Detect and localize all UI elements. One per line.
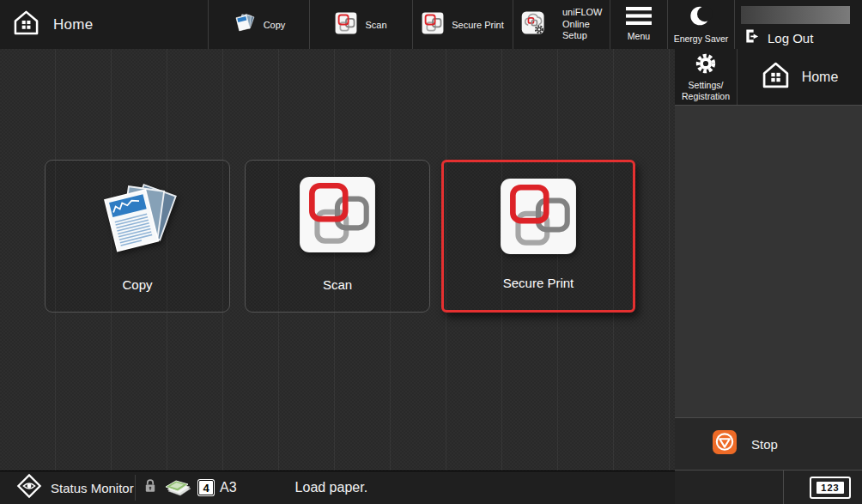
log-out-row: Log Out <box>741 27 813 48</box>
settings-row: Settings/ Registration Home <box>675 49 862 105</box>
tile-scan[interactable]: Scan <box>245 160 430 313</box>
status-monitor-label: Status Monitor <box>51 481 134 495</box>
tab-secure-print[interactable]: Secure Print <box>412 0 513 49</box>
settings-label-line1: Settings/ <box>689 80 724 90</box>
lock-icon <box>143 478 157 497</box>
settings-registration-button[interactable]: Settings/ Registration <box>675 49 737 105</box>
tile-secure-print-selected[interactable]: Secure Print <box>441 160 635 313</box>
top-bar: Home Copy <box>0 0 862 49</box>
app-tile-icon <box>499 177 578 259</box>
tab-scan[interactable]: Scan <box>309 0 412 49</box>
tab-uniflow-label: uniFLOW Online Setup <box>562 7 610 42</box>
paper-status-group: 4 A3 <box>136 475 237 501</box>
home-icon <box>13 9 39 39</box>
tab-copy[interactable]: Copy <box>208 0 309 49</box>
status-monitor-eye-icon <box>15 472 43 503</box>
stop-label: Stop <box>751 437 778 452</box>
home-label: Home <box>53 16 94 33</box>
stop-icon <box>713 430 737 458</box>
status-bar: Status Monitor 4 A3 <box>0 471 675 504</box>
home-button[interactable]: Home <box>0 0 208 49</box>
log-out-label: Log Out <box>768 31 813 46</box>
menu-button[interactable]: Menu <box>610 0 667 49</box>
tile-copy-label: Copy <box>122 277 152 292</box>
bottom-right-empty-cell <box>675 471 784 504</box>
numeric-keypad-button[interactable]: 123 <box>810 477 851 499</box>
copy-pages-icon <box>93 175 182 268</box>
menu-label: Menu <box>628 31 650 42</box>
tab-copy-label: Copy <box>264 20 286 30</box>
log-out-door-icon <box>744 27 761 48</box>
energy-saver-label: Energy Saver <box>674 33 729 45</box>
paper-ream-icon <box>163 475 192 501</box>
right-column: Settings/ Registration Home <box>675 49 862 504</box>
log-out-button[interactable]: Log Out <box>734 0 862 49</box>
home-screen-area: Copy Scan Secu <box>0 49 675 471</box>
stop-button[interactable]: Stop <box>675 417 862 470</box>
tab-scan-label: Scan <box>365 20 386 30</box>
right-empty-panel <box>675 105 862 417</box>
status-monitor-button[interactable]: Status Monitor <box>0 472 135 503</box>
status-message: Load paper. <box>295 480 368 495</box>
tab-uniflow-label-line2: Setup <box>562 30 587 40</box>
home-shortcut-button[interactable]: Home <box>737 49 862 105</box>
bottom-right-row: 123 <box>675 470 862 504</box>
app-tile-icon <box>422 12 444 38</box>
settings-label-line2: Registration <box>682 91 730 101</box>
tab-uniflow-label-line1: uniFLOW Online <box>562 7 602 29</box>
settings-registration-label: Settings/ Registration <box>682 80 730 101</box>
paper-size-label: A3 <box>220 480 237 495</box>
user-name-redacted-block <box>741 6 850 24</box>
printer-touchscreen: Home Copy <box>0 0 862 504</box>
cloud-gears-icon <box>520 9 547 39</box>
paper-tray-number-badge: 4 <box>198 480 214 495</box>
tab-uniflow-online-setup[interactable]: uniFLOW Online Setup <box>513 0 610 49</box>
home-shortcut-label: Home <box>802 70 839 85</box>
gear-icon <box>695 52 717 78</box>
tile-secure-print-label: Secure Print <box>503 276 574 290</box>
copy-pages-icon <box>233 11 256 38</box>
tile-copy[interactable]: Copy <box>45 160 230 313</box>
app-tile-icon <box>335 12 357 38</box>
energy-saver-button[interactable]: Energy Saver <box>667 0 734 49</box>
tab-secure-print-label: Secure Print <box>452 20 504 30</box>
hamburger-menu-icon <box>626 7 652 28</box>
app-tile-icon <box>298 175 377 258</box>
moon-icon <box>689 4 713 31</box>
tile-scan-label: Scan <box>323 277 352 292</box>
keypad-123-label: 123 <box>816 482 843 494</box>
home-icon <box>762 61 790 93</box>
